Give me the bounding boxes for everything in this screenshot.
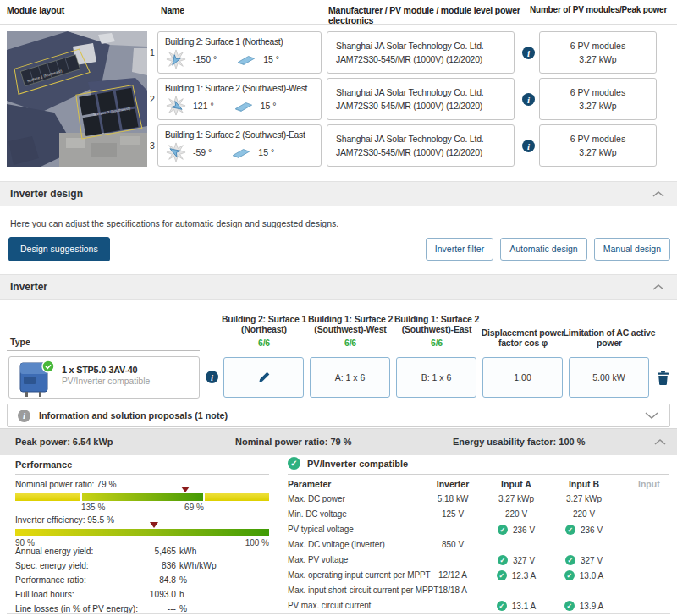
column-header-count: Number of PV modules/Peak power bbox=[530, 5, 677, 14]
string-a-value: A: 1 x 6 bbox=[335, 372, 366, 382]
inverter-value: 18/18 A bbox=[415, 586, 491, 595]
module-info-icon[interactable]: i bbox=[522, 93, 535, 106]
peak-power: 3.27 kWp bbox=[540, 52, 656, 66]
manufacturer-name: Shanghai JA Solar Technology Co. Ltd. bbox=[336, 132, 507, 146]
results-summary-bar[interactable]: Peak power: 6.54 kWp Nominal power ratio… bbox=[0, 428, 677, 455]
surface-name-card[interactable]: Building 2: Surface 1 (Northeast) -150 °… bbox=[157, 31, 322, 74]
ac-power-limit-field[interactable]: 5.00 kW bbox=[569, 357, 649, 398]
module-count-card[interactable]: 6 PV modules 3.27 kWp bbox=[539, 124, 657, 167]
manual-design-button[interactable]: Manual design bbox=[594, 238, 670, 261]
stat-unit: kWh bbox=[179, 547, 196, 556]
check-icon bbox=[564, 601, 575, 611]
cos-phi-field[interactable]: 1.00 bbox=[482, 357, 563, 398]
delete-inverter-button[interactable] bbox=[657, 371, 669, 388]
tilt-value: 15 ° bbox=[261, 101, 277, 111]
input-a-value: 12.3 A bbox=[512, 571, 536, 580]
compat-row: Max. DC power 5.18 kW 3.27 kWp 3.27 kWp bbox=[288, 494, 669, 509]
string-config-b[interactable]: B: 1 x 6 bbox=[396, 357, 476, 398]
string-b-value: B: 1 x 6 bbox=[421, 372, 452, 382]
manufacturer-name: Shanghai JA Solar Technology Co. Ltd. bbox=[336, 39, 507, 52]
trash-icon bbox=[657, 371, 669, 385]
module-model: JAM72S30-545/MR (1000V) (12/2020) bbox=[336, 99, 507, 113]
inverter-header[interactable]: Inverter bbox=[0, 274, 677, 300]
energy-usability-summary: Energy usability factor: 100 % bbox=[453, 437, 586, 447]
inverter-value: 850 V bbox=[415, 540, 491, 549]
azimuth-value: -59 ° bbox=[193, 147, 212, 157]
peak-power-summary: Peak power: 6.54 kWp bbox=[15, 437, 113, 447]
stat-row: Performance ratio: 84.8 % bbox=[15, 575, 278, 590]
performance-title-rule bbox=[15, 474, 269, 475]
peak-power: 3.27 kWp bbox=[540, 146, 656, 159]
compat-row: Max. PV voltage 327 V 327 V bbox=[288, 555, 669, 570]
header-input-b: Input B bbox=[543, 479, 625, 489]
collapse-chevron-up-icon[interactable] bbox=[652, 190, 665, 198]
cos-phi-value: 1.00 bbox=[514, 372, 531, 382]
module-count: 6 PV modules bbox=[540, 132, 656, 146]
input-a-value: 220 V bbox=[505, 509, 527, 519]
inverter-info-icon[interactable]: i bbox=[206, 371, 218, 383]
inverter-design-header[interactable]: Inverter design bbox=[0, 181, 677, 206]
module-info-icon[interactable]: i bbox=[522, 140, 535, 152]
surface-name-card[interactable]: Building 1: Surface 2 (Southwest)-West 1… bbox=[157, 78, 322, 120]
type-column-header: Type bbox=[10, 337, 30, 347]
pv-design-page: Module layout Name Manufacturer / PV mod… bbox=[0, 0, 677, 616]
pv-module-card[interactable]: Shanghai JA Solar Technology Co. Ltd. JA… bbox=[327, 124, 515, 167]
expand-chevron-down-icon[interactable] bbox=[644, 411, 659, 420]
check-icon bbox=[564, 570, 575, 580]
pv-module-card[interactable]: Shanghai JA Solar Technology Co. Ltd. JA… bbox=[327, 78, 515, 120]
automatic-design-button[interactable]: Automatic design bbox=[500, 238, 587, 261]
module-info-icon[interactable]: i bbox=[522, 47, 535, 59]
inverter-design-title: Inverter design bbox=[10, 188, 652, 200]
gauge-marker bbox=[181, 487, 190, 492]
inverter-efficiency-gauge: 90 % 100 % bbox=[15, 529, 269, 536]
compat-row: Max. DC voltage (Inverter) 850 V bbox=[288, 540, 669, 555]
module-layout-map[interactable]: Surface 1 (Northeast) Surface 2 (Southwe… bbox=[7, 31, 147, 167]
stat-value: --- bbox=[144, 604, 176, 613]
panel-bottom-border bbox=[7, 613, 670, 614]
row-index: 3 bbox=[147, 124, 157, 167]
compatibility-check-icon bbox=[288, 457, 300, 470]
module-count-card[interactable]: 6 PV modules 3.27 kWp bbox=[539, 78, 657, 120]
azimuth-compass-icon bbox=[165, 96, 187, 116]
section-divider bbox=[0, 272, 677, 272]
stat-unit: kWh/kWp bbox=[179, 561, 217, 570]
azimuth-value: 121 ° bbox=[193, 101, 214, 111]
information-proposals-label: Information and solution proposals (1 no… bbox=[39, 410, 644, 421]
parameter-name: PV typical voltage bbox=[288, 525, 465, 534]
string-config-a[interactable]: A: 1 x 6 bbox=[310, 357, 390, 398]
row-index: 2 bbox=[147, 78, 157, 120]
check-icon bbox=[498, 555, 508, 565]
stat-unit: % bbox=[179, 575, 187, 585]
nominal-power-ratio-summary: Nominal power ratio: 79 % bbox=[235, 437, 352, 447]
header-input-c: Input C bbox=[638, 479, 669, 491]
design-suggestions-button[interactable]: Design suggestions bbox=[8, 237, 110, 261]
module-count: 6 PV modules bbox=[540, 85, 656, 99]
check-icon bbox=[497, 601, 507, 611]
tilt-value: 15 ° bbox=[258, 147, 274, 157]
information-proposals-row[interactable]: i Information and solution proposals (1 … bbox=[7, 404, 670, 427]
inverter-filter-button[interactable]: Inverter filter bbox=[426, 238, 493, 261]
module-count-card[interactable]: 6 PV modules 3.27 kWp bbox=[539, 31, 657, 74]
tilt-icon bbox=[230, 146, 252, 158]
surface-name: Building 1: Surface 2 (Southwest)-West bbox=[165, 84, 315, 93]
edit-inverter-button[interactable] bbox=[223, 357, 304, 398]
aerial-photo: Surface 1 (Northeast) Surface 2 (Southwe… bbox=[7, 31, 147, 167]
input-b-value: 236 V bbox=[581, 525, 603, 535]
column-header-module-layout: Module layout bbox=[7, 5, 64, 15]
peak-power: 3.27 kWp bbox=[540, 99, 656, 113]
stat-unit: h bbox=[179, 590, 184, 599]
check-icon bbox=[565, 555, 575, 565]
pv-module-card[interactable]: Shanghai JA Solar Technology Co. Ltd. JA… bbox=[327, 31, 515, 74]
stat-row: Annual energy yield: 5,465 kWh bbox=[15, 547, 278, 561]
surface-name-card[interactable]: Building 1: Surface 2 (Southwest)-East -… bbox=[157, 124, 322, 167]
azimuth-value: -150 ° bbox=[193, 54, 217, 64]
collapse-chevron-up-icon[interactable] bbox=[653, 438, 667, 446]
compat-row: Min. DC voltage 125 V 220 V 220 V bbox=[288, 509, 669, 525]
input-a-value: 236 V bbox=[513, 525, 535, 535]
compat-row: PV typical voltage 236 V 236 V bbox=[288, 525, 669, 540]
collapse-chevron-up-icon[interactable] bbox=[652, 283, 665, 291]
inverter-type-card[interactable]: 1 x STP5.0-3AV-40 PV/Inverter compatible bbox=[8, 356, 200, 399]
nominal-power-ratio-label: Nominal power ratio: 79 % bbox=[15, 480, 116, 489]
note-info-icon: i bbox=[18, 410, 30, 422]
inverter-compatibility-status: PV/Inverter compatible bbox=[62, 377, 150, 386]
